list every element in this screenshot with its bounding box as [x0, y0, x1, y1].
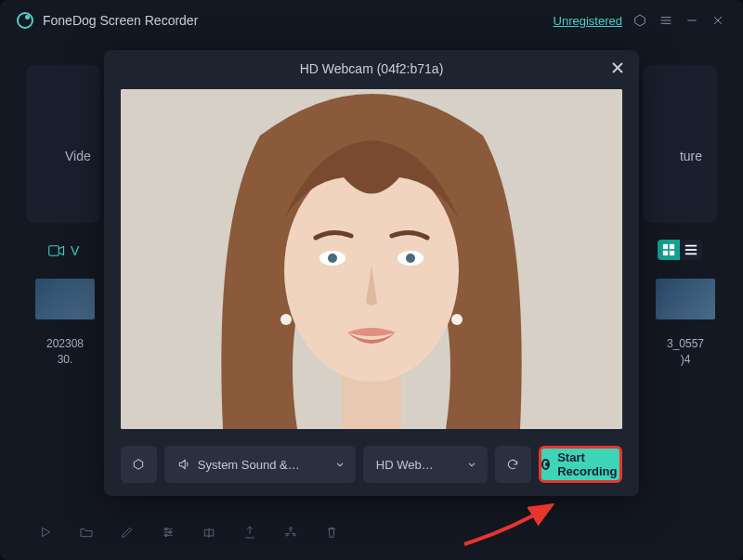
app-window: FoneDog Screen Recorder Unregistered Vid… — [0, 0, 743, 560]
webcam-preview — [121, 89, 622, 429]
modal-controls: System Sound &… HD Web… Start Recording — [121, 446, 622, 483]
audio-source-dropdown[interactable]: System Sound &… — [164, 446, 356, 483]
svg-rect-10 — [663, 251, 668, 255]
start-recording-button[interactable]: Start Recording — [539, 446, 622, 483]
title-bar: FoneDog Screen Recorder Unregistered — [0, 0, 743, 41]
speaker-icon — [177, 458, 190, 471]
thumbnail-line2: )4 — [652, 352, 719, 368]
refresh-button[interactable] — [495, 446, 531, 483]
svg-marker-0 — [635, 15, 645, 26]
svg-marker-15 — [43, 527, 50, 536]
thumbnail-line1: 3_0557 — [652, 336, 719, 352]
svg-point-24 — [290, 527, 293, 530]
edit-icon[interactable] — [119, 524, 136, 540]
unregistered-link[interactable]: Unregistered — [554, 14, 622, 28]
delete-icon[interactable] — [323, 524, 340, 540]
bg-right-label: ture — [680, 149, 702, 163]
thumbnail-line1: 202308 — [32, 336, 98, 352]
svg-rect-11 — [670, 251, 674, 255]
share-icon[interactable] — [282, 524, 299, 540]
bg-card-left — [26, 65, 100, 223]
thumbnail-right[interactable]: 3_0557 )4 — [652, 279, 719, 368]
svg-rect-9 — [670, 244, 674, 249]
thumbnail-left[interactable]: 202308 30. — [32, 279, 98, 368]
video-tab[interactable]: V — [48, 243, 79, 258]
app-logo-icon — [17, 12, 33, 29]
folder-icon[interactable] — [78, 524, 95, 540]
svg-rect-13 — [685, 249, 697, 251]
webcam-modal: HD Webcam (04f2:b71a) — [104, 50, 639, 496]
thumbnail-line2: 30. — [32, 352, 98, 368]
view-toggle — [658, 240, 702, 260]
svg-point-37 — [451, 314, 463, 325]
close-icon[interactable] — [710, 12, 726, 29]
record-icon — [541, 459, 550, 470]
start-recording-label: Start Recording — [557, 450, 619, 478]
chevron-down-icon — [333, 458, 346, 471]
svg-rect-12 — [685, 245, 697, 247]
audio-dropdown-label: System Sound &… — [198, 458, 326, 472]
thumbnail-image — [35, 279, 95, 319]
camera-source-dropdown[interactable]: HD Web… — [363, 446, 488, 483]
export-icon[interactable] — [241, 524, 258, 540]
modal-title: HD Webcam (04f2:b71a) — [300, 61, 444, 76]
svg-rect-8 — [663, 244, 668, 249]
list-view-button[interactable] — [680, 240, 702, 260]
chevron-down-icon — [465, 458, 478, 471]
svg-marker-38 — [135, 460, 143, 470]
svg-point-33 — [328, 254, 337, 263]
play-icon[interactable] — [37, 524, 54, 540]
bg-card-right — [643, 65, 717, 223]
rename-icon[interactable] — [201, 524, 217, 540]
video-tab-label: V — [71, 243, 79, 258]
svg-point-36 — [280, 314, 292, 325]
modal-settings-button[interactable] — [121, 446, 157, 483]
menu-icon[interactable] — [658, 12, 674, 29]
svg-point-35 — [406, 254, 415, 263]
modal-close-icon[interactable] — [609, 59, 626, 76]
webcam-face-illustration — [121, 89, 622, 429]
app-title: FoneDog Screen Recorder — [43, 13, 198, 28]
thumbnail-image — [656, 279, 715, 319]
bg-left-label: Vide — [65, 149, 91, 163]
camera-dropdown-label: HD Web… — [376, 458, 458, 472]
svg-rect-7 — [49, 246, 59, 256]
bottom-toolbar — [0, 517, 743, 547]
grid-view-button[interactable] — [658, 240, 680, 260]
sliders-icon[interactable] — [160, 524, 176, 540]
minimize-icon[interactable] — [684, 12, 700, 29]
settings-hex-icon[interactable] — [632, 12, 648, 29]
modal-header: HD Webcam (04f2:b71a) — [104, 50, 639, 87]
svg-rect-14 — [685, 254, 697, 255]
